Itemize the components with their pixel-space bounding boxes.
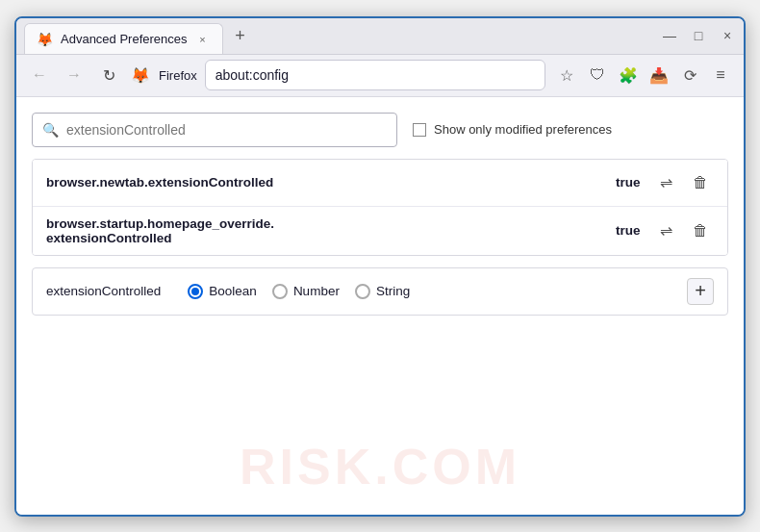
delete-button-2[interactable]: 🗑 [687, 217, 714, 244]
radio-number-label: Number [293, 284, 340, 298]
radio-boolean-inner [191, 288, 199, 295]
browser-name-label: Firefox [159, 68, 197, 83]
delete-button-1[interactable]: 🗑 [687, 169, 714, 196]
bookmark-icon[interactable]: ☆ [553, 62, 580, 89]
address-bar[interactable]: about:config [205, 60, 545, 90]
radio-number[interactable]: Number [272, 284, 340, 299]
pref-name-1: browser.newtab.extensionControlled [46, 175, 600, 190]
close-button[interactable]: × [719, 27, 736, 44]
sync-icon[interactable]: ⟳ [676, 62, 703, 89]
content-area: RISK.COM 🔍 extensionControlled Show only… [16, 97, 744, 515]
browser-window: 🦊 Advanced Preferences × + — □ × ← → ↻ 🦊… [14, 16, 746, 517]
radio-boolean-button[interactable] [188, 284, 203, 299]
pref-value-2: true [616, 223, 645, 238]
pref-value-1: true [616, 175, 645, 190]
search-input[interactable]: extensionControlled [66, 122, 387, 138]
address-text: about:config [215, 67, 289, 83]
new-tab-button[interactable]: + [227, 22, 254, 49]
toggle-button-2[interactable]: ⇌ [652, 217, 679, 244]
toggle-icon-2: ⇌ [660, 221, 672, 240]
show-modified-text: Show only modified preferences [434, 122, 612, 137]
add-preference-row: extensionControlled Boolean Number Strin… [32, 267, 728, 316]
download-icon[interactable]: 📥 [646, 62, 672, 89]
type-radio-group: Boolean Number String [188, 284, 675, 299]
radio-boolean-label: Boolean [209, 284, 257, 298]
show-modified-checkbox[interactable] [413, 123, 426, 137]
forward-button[interactable]: → [61, 62, 88, 89]
firefox-logo-icon: 🦊 [130, 64, 151, 86]
toggle-button-1[interactable]: ⇌ [652, 169, 679, 196]
radio-string-button[interactable] [355, 284, 370, 299]
radio-string-label: String [376, 284, 410, 298]
maximize-button[interactable]: □ [690, 27, 707, 44]
tab-favicon-icon: 🦊 [37, 32, 53, 47]
table-row: browser.newtab.extensionControlled true … [33, 160, 727, 207]
extension-icon[interactable]: 🧩 [615, 62, 642, 89]
delete-icon-2: 🗑 [693, 222, 708, 240]
back-button[interactable]: ← [26, 62, 53, 89]
minimize-button[interactable]: — [661, 27, 678, 44]
search-row: 🔍 extensionControlled Show only modified… [32, 113, 728, 147]
shield-icon[interactable]: 🛡 [584, 62, 611, 89]
menu-icon[interactable]: ≡ [707, 62, 734, 89]
row-actions-1: ⇌ 🗑 [652, 169, 714, 196]
refresh-button[interactable]: ↻ [95, 62, 122, 89]
pref-name-2: browser.startup.homepage_override. exten… [46, 216, 600, 245]
title-bar: 🦊 Advanced Preferences × + — □ × [16, 18, 744, 55]
row-actions-2: ⇌ 🗑 [652, 217, 714, 244]
delete-icon-1: 🗑 [693, 174, 708, 191]
new-pref-name: extensionControlled [46, 284, 161, 298]
results-table: browser.newtab.extensionControlled true … [32, 159, 728, 256]
tab-title: Advanced Preferences [61, 32, 188, 46]
watermark: RISK.COM [240, 438, 520, 495]
search-icon: 🔍 [42, 122, 59, 138]
nav-icons-right: ☆ 🛡 🧩 📥 ⟳ ≡ [553, 62, 734, 89]
radio-string[interactable]: String [355, 284, 410, 299]
search-box[interactable]: 🔍 extensionControlled [32, 113, 397, 147]
browser-tab[interactable]: 🦊 Advanced Preferences × [24, 23, 223, 54]
show-modified-label[interactable]: Show only modified preferences [413, 122, 612, 137]
window-controls: — □ × [661, 27, 736, 44]
toggle-icon-1: ⇌ [660, 173, 672, 191]
table-row: browser.startup.homepage_override. exten… [33, 207, 727, 255]
tab-close-button[interactable]: × [195, 32, 211, 47]
radio-boolean[interactable]: Boolean [188, 284, 257, 299]
radio-number-button[interactable] [272, 284, 288, 299]
add-preference-button[interactable]: + [687, 278, 714, 305]
navigation-bar: ← → ↻ 🦊 Firefox about:config ☆ 🛡 🧩 📥 ⟳ ≡ [16, 55, 744, 97]
